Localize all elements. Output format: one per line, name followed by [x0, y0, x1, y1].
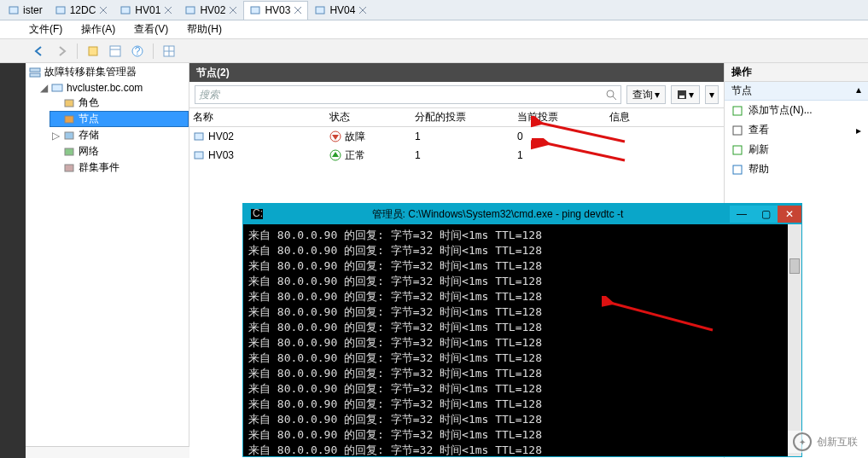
svg-rect-0: [9, 7, 18, 14]
col-state[interactable]: 状态: [326, 108, 411, 126]
action-item[interactable]: 帮助: [725, 159, 868, 179]
server-icon: [184, 4, 196, 16]
tree-node-4[interactable]: 群集事件: [50, 159, 189, 176]
svg-rect-27: [65, 100, 73, 107]
close-icon[interactable]: [164, 6, 172, 14]
close-icon[interactable]: [358, 6, 367, 14]
help-button[interactable]: ?: [129, 43, 146, 60]
svg-text:?: ?: [135, 45, 141, 57]
expand-icon[interactable]: ◢: [39, 82, 48, 94]
col-name[interactable]: 名称: [189, 108, 326, 126]
up-button[interactable]: [84, 43, 102, 60]
server-icon: [55, 4, 67, 16]
col-assigned[interactable]: 分配的投票: [411, 108, 514, 126]
svg-point-32: [607, 90, 614, 97]
back-button[interactable]: [31, 43, 48, 60]
tab-ister[interactable]: ister: [2, 1, 49, 20]
tab-hv01[interactable]: HV01: [114, 1, 178, 20]
tree-button[interactable]: [107, 43, 124, 60]
tree-node-3[interactable]: 网络: [50, 143, 189, 159]
action-item[interactable]: 刷新: [725, 140, 868, 159]
svg-rect-10: [251, 7, 259, 14]
tree-cluster[interactable]: ◢ hvcluster.bc.com: [38, 81, 189, 95]
svg-rect-42: [733, 107, 742, 115]
maximize-button[interactable]: ▢: [754, 206, 778, 223]
cmd-titlebar[interactable]: C:\ 管理员: C:\Windows\System32\cmd.exe - p…: [243, 204, 801, 224]
view-icon: [731, 125, 743, 136]
tab-12dc[interactable]: 12DC: [49, 1, 114, 20]
close-button[interactable]: ✕: [778, 206, 801, 223]
more-button[interactable]: ▾: [705, 85, 719, 104]
svg-rect-30: [65, 148, 73, 155]
chevron-right-icon: ▸: [856, 125, 861, 136]
svg-rect-7: [186, 7, 195, 14]
svg-rect-35: [679, 96, 684, 98]
cmd-window[interactable]: C:\ 管理员: C:\Windows\System32\cmd.exe - p…: [242, 203, 802, 457]
svg-rect-36: [195, 133, 203, 140]
cmd-scrollbar[interactable]: [788, 224, 801, 456]
watermark-text: 创新互联: [817, 435, 858, 449]
svg-text:C:\: C:\: [253, 209, 263, 219]
tree-pane: 故障转移群集管理器 ◢ hvcluster.bc.com 角色节点▷存储网络群集…: [26, 63, 189, 458]
tab-hv04[interactable]: HV04: [308, 1, 373, 20]
node-icon: [193, 130, 205, 142]
menu-item[interactable]: 操作(A): [78, 21, 119, 38]
close-icon[interactable]: [294, 6, 302, 14]
close-icon[interactable]: [229, 6, 237, 14]
help-icon: [731, 164, 743, 176]
tree-node-0[interactable]: 角色: [50, 95, 189, 111]
svg-rect-1: [56, 7, 65, 14]
table-header: 名称 状态 分配的投票 当前投票 信息: [189, 108, 724, 127]
toolbar-separator: [153, 43, 154, 59]
tab-strip: ister12DCHV01HV02HV03HV04: [0, 0, 868, 20]
search-input[interactable]: 搜索: [195, 85, 621, 104]
action-item[interactable]: 添加节点(N)...: [725, 101, 868, 120]
grid-button[interactable]: [160, 43, 178, 60]
search-icon[interactable]: [605, 89, 617, 101]
watermark-icon: ✦: [793, 432, 812, 451]
minimize-button[interactable]: —: [730, 206, 754, 223]
node-icon: [63, 113, 75, 125]
node-icon: [63, 162, 75, 174]
col-current[interactable]: 当前投票: [514, 108, 606, 126]
svg-line-33: [613, 96, 616, 100]
table-row[interactable]: HV03正常11: [189, 146, 724, 165]
tab-hv02[interactable]: HV02: [178, 1, 243, 20]
menu-item[interactable]: 文件(F): [26, 21, 66, 38]
tree-node-1[interactable]: 节点: [50, 111, 189, 127]
nodes-title: 节点(2): [196, 66, 230, 80]
svg-rect-26: [52, 84, 62, 91]
close-icon[interactable]: [99, 6, 108, 14]
tree-root[interactable]: 故障转移群集管理器: [26, 63, 189, 81]
expand-icon[interactable]: ▷: [51, 130, 60, 142]
status-icon: [329, 149, 341, 161]
svg-rect-43: [733, 126, 742, 135]
chevron-down-icon: ▾: [709, 89, 714, 101]
forward-button[interactable]: [53, 43, 70, 60]
tab-hv03[interactable]: HV03: [243, 1, 308, 20]
col-info[interactable]: 信息: [606, 108, 724, 126]
save-button[interactable]: ▾: [671, 85, 700, 104]
cmd-icon: C:\: [248, 206, 265, 223]
menu-item[interactable]: 查看(V): [131, 21, 172, 38]
toolbar-separator: [77, 43, 78, 59]
svg-rect-4: [121, 7, 130, 14]
server-icon: [249, 4, 261, 16]
tree-node-2[interactable]: ▷存储: [50, 127, 189, 143]
query-button[interactable]: 查询▾: [626, 85, 666, 104]
tree-root-label: 故障转移群集管理器: [44, 65, 137, 79]
svg-rect-38: [195, 152, 203, 159]
svg-rect-31: [65, 165, 73, 171]
svg-rect-24: [30, 68, 40, 72]
cluster-manager-icon: [29, 67, 41, 78]
cluster-icon: [51, 82, 63, 94]
node-icon: [63, 97, 75, 109]
menu-item[interactable]: 帮助(H): [184, 21, 225, 38]
nodes-header: 节点(2): [189, 63, 724, 82]
scrollbar-thumb[interactable]: [789, 258, 800, 274]
table-row[interactable]: HV02故障10: [189, 127, 724, 146]
collapse-icon[interactable]: ▴: [856, 84, 861, 96]
action-item[interactable]: 查看▸: [725, 120, 868, 140]
left-gutter: [0, 63, 26, 458]
save-icon: [677, 90, 687, 100]
